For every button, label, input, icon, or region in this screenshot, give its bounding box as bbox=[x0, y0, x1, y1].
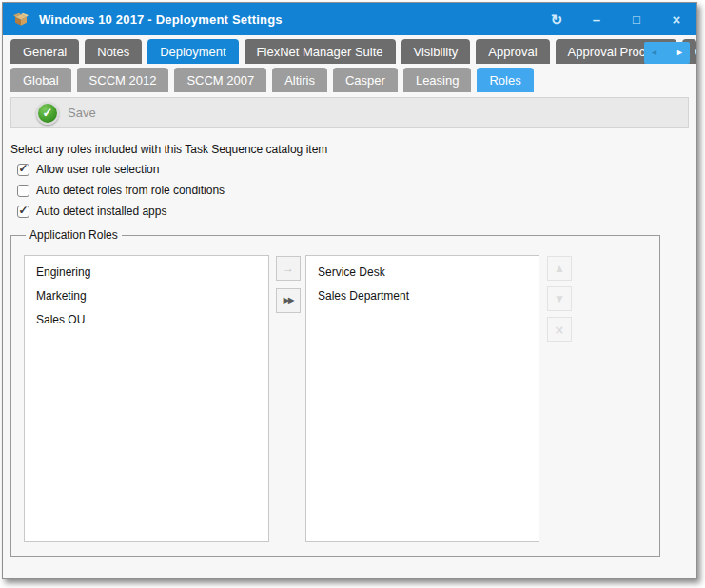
tab-scroll-left-icon[interactable]: ◄ bbox=[650, 49, 658, 57]
list-item[interactable]: Marketing bbox=[25, 284, 268, 308]
tab-deployment[interactable]: Deployment bbox=[147, 39, 238, 64]
right-arrow-icon: → bbox=[283, 263, 294, 274]
tab-general[interactable]: General bbox=[10, 39, 79, 64]
minimize-icon[interactable]: – bbox=[588, 12, 605, 27]
move-right-button[interactable]: → bbox=[276, 256, 301, 281]
tab-approval[interactable]: Approval bbox=[476, 39, 549, 64]
double-right-arrow-icon: ▶▶ bbox=[284, 297, 293, 304]
save-button[interactable]: Save bbox=[68, 106, 96, 120]
checkbox-row-auto-detect-roles: ✓ Auto detect roles from role conditions bbox=[17, 180, 696, 201]
move-up-button[interactable]: ▲ bbox=[547, 256, 572, 281]
tab-visibility[interactable]: Visibility bbox=[401, 39, 471, 64]
auto-detect-roles-label: Auto detect roles from role conditions bbox=[36, 184, 225, 197]
window-title: Windows 10 2017 - Deployment Settings bbox=[39, 12, 283, 27]
list-item[interactable]: Enginering bbox=[25, 261, 268, 284]
application-roles-group-title: Application Roles bbox=[26, 228, 122, 242]
tab-sccm-2007[interactable]: SCCM 2007 bbox=[174, 68, 266, 92]
list-item[interactable]: Service Desk bbox=[306, 261, 539, 284]
tab-scroller: ◄ ► bbox=[644, 42, 690, 64]
available-roles-list[interactable]: Enginering Marketing Sales OU bbox=[24, 255, 269, 542]
auto-detect-roles-checkbox[interactable]: ✓ bbox=[17, 185, 29, 197]
application-roles-group: Application Roles Enginering Marketing S… bbox=[10, 228, 660, 557]
maximize-icon[interactable]: □ bbox=[628, 13, 645, 26]
allow-user-role-selection-label: Allow user role selection bbox=[36, 163, 159, 176]
secondary-tab-row: Global SCCM 2012 SCCM 2007 Altiris Caspe… bbox=[3, 68, 696, 92]
down-arrow-icon: ▼ bbox=[554, 293, 565, 304]
list-item[interactable]: Sales Department bbox=[306, 284, 539, 308]
move-all-right-button[interactable]: ▶▶ bbox=[276, 288, 301, 313]
move-down-button[interactable]: ▼ bbox=[547, 286, 572, 311]
move-buttons: → ▶▶ bbox=[276, 256, 301, 313]
checkmark-icon: ✓ bbox=[18, 163, 28, 174]
title-bar: Windows 10 2017 - Deployment Settings ↻ … bbox=[3, 3, 696, 35]
auto-detect-installed-apps-label: Auto detect installed apps bbox=[36, 205, 166, 218]
checkbox-row-allow-user-role: ✓ Allow user role selection bbox=[17, 159, 696, 180]
window-controls: ↻ – □ × bbox=[548, 12, 685, 27]
tab-sccm-2012[interactable]: SCCM 2012 bbox=[77, 68, 169, 92]
auto-detect-installed-apps-checkbox[interactable]: ✓ bbox=[17, 206, 29, 218]
tab-scroll-right-icon[interactable]: ► bbox=[676, 49, 684, 57]
tab-global[interactable]: Global bbox=[10, 68, 71, 92]
refresh-icon[interactable]: ↻ bbox=[548, 12, 565, 27]
order-buttons: ▲ ▼ × bbox=[547, 256, 572, 342]
package-icon bbox=[12, 10, 31, 29]
tab-leasing[interactable]: Leasing bbox=[403, 68, 472, 92]
checkbox-row-auto-detect-apps: ✓ Auto detect installed apps bbox=[17, 201, 696, 222]
remove-role-button[interactable]: × bbox=[547, 317, 572, 342]
selected-roles-list[interactable]: Service Desk Sales Department bbox=[305, 255, 539, 542]
tab-casper[interactable]: Casper bbox=[333, 68, 398, 92]
save-check-icon: ✓ bbox=[36, 102, 59, 125]
deployment-settings-window: Windows 10 2017 - Deployment Settings ↻ … bbox=[2, 2, 697, 579]
list-item[interactable]: Sales OU bbox=[25, 308, 268, 332]
checkmark-icon: ✓ bbox=[18, 205, 28, 216]
tab-flexnet-manager-suite[interactable]: FlexNet Manager Suite bbox=[245, 39, 396, 64]
close-icon[interactable]: × bbox=[668, 12, 685, 27]
tab-notes[interactable]: Notes bbox=[85, 39, 142, 64]
primary-tab-row: General Notes Deployment FlexNet Manager… bbox=[3, 39, 696, 64]
up-arrow-icon: ▲ bbox=[554, 263, 565, 274]
allow-user-role-selection-checkbox[interactable]: ✓ bbox=[17, 164, 29, 176]
tab-altiris[interactable]: Altiris bbox=[272, 68, 327, 92]
remove-icon: × bbox=[556, 323, 564, 337]
roles-instruction-label: Select any roles included with this Task… bbox=[10, 143, 696, 156]
roles-lists-row: Enginering Marketing Sales OU → ▶▶ Servi… bbox=[24, 255, 659, 542]
save-toolbar: ✓ Save bbox=[10, 97, 689, 128]
tab-roles[interactable]: Roles bbox=[477, 68, 533, 92]
